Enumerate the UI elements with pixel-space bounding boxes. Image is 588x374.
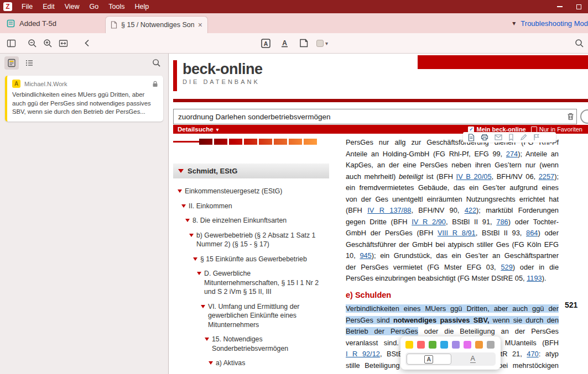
text-line: Geschäftsführer der GmbH bei atypisch st… — [346, 239, 559, 251]
annotation-color-picker-button[interactable]: ▾ — [315, 36, 330, 50]
chevron-down-icon[interactable]: ▾ — [512, 19, 516, 27]
toc-item[interactable]: § 15 Einkünfte aus Gewerbebetrieb — [173, 252, 329, 267]
checkbox-checked-icon[interactable]: ✓ — [468, 127, 474, 133]
toc-header-label: Schmidt, EStG — [188, 167, 237, 175]
toc-chevron-icon — [201, 305, 205, 308]
underline-icon: A — [470, 355, 476, 363]
popup-highlight-button[interactable]: A — [407, 354, 451, 365]
trash-icon[interactable] — [567, 113, 574, 120]
page-number: 521 — [565, 301, 577, 309]
toc-item-label: Einkommensteuergesetz (EStG) — [185, 187, 282, 196]
color-swatch[interactable] — [452, 341, 460, 349]
minimize-button[interactable] — [550, 0, 569, 13]
detailsuche-link[interactable]: Detailsuche — [178, 126, 214, 133]
checkbox-unchecked-icon[interactable] — [531, 127, 537, 133]
highlight-tool-button[interactable]: A — [258, 36, 274, 50]
annotations-panel: A Michael.N.Work Verbindlichkeiten eines… — [0, 54, 169, 374]
chevron-down-icon: ▾ — [216, 127, 219, 133]
tab-bar: Added T-5d § 15 / Notwendiges Sond… × ▾ … — [0, 13, 588, 33]
popup-underline-button[interactable]: A — [451, 354, 495, 365]
color-swatch[interactable] — [487, 341, 495, 349]
toc-item[interactable]: D. Gewerbliche Mitunternehmerschaften, §… — [173, 266, 329, 299]
toc-item[interactable]: II. Einkommen — [173, 199, 329, 214]
outline-view-button[interactable] — [22, 56, 37, 70]
color-swatch[interactable] — [417, 341, 425, 349]
text-line: der PersGes vermietet (FG Mster EFG 03, … — [346, 262, 559, 273]
zoom-out-button[interactable] — [24, 36, 40, 50]
annotations-search-button[interactable] — [149, 56, 164, 70]
tabbar-right: ▾ Troubleshooting Mod — [512, 13, 588, 33]
zoom-page-width-button[interactable] — [55, 36, 71, 50]
text-line: auch mehrheitl) beteiligt ist (BFH IV B … — [346, 171, 559, 183]
document-icon[interactable] — [468, 134, 475, 141]
toc-item[interactable]: b) Gewerbebetrieb (§ 2 Absatz 1 Satz 1 N… — [173, 228, 329, 252]
popup-tool-row: A A — [405, 352, 496, 366]
toc-header[interactable]: Schmidt, EStG — [173, 164, 329, 178]
svg-text:A: A — [264, 40, 268, 46]
toc-chevron-icon — [189, 234, 194, 237]
annotation-card[interactable]: A Michael.N.Work Verbindlichkeiten eines… — [5, 76, 163, 122]
toc-item[interactable]: 8. Die einzelnen Einkunftsarten — [173, 213, 329, 228]
sidebar-toggle-icon — [7, 39, 16, 48]
beck-search-submit-button[interactable] — [580, 109, 588, 124]
find-in-document-button[interactable] — [571, 36, 587, 50]
color-swatch[interactable] — [464, 341, 471, 349]
bookmark-icon[interactable] — [508, 134, 514, 141]
annotations-view-icon — [7, 59, 16, 67]
color-swatch[interactable] — [440, 341, 448, 349]
troubleshooting-mode-link[interactable]: Troubleshooting Mod — [521, 19, 588, 28]
underline-icon: A — [279, 38, 290, 49]
toc-item[interactable]: a) Aktivas — [173, 356, 329, 371]
toc-item-label: VI. Umfang und Ermittlung der gewerblich… — [208, 302, 325, 330]
text-line: gegen Dritte (BFH IV R 2/90, BStBl II 91… — [346, 217, 559, 228]
beck-action-strip — [463, 132, 556, 143]
beck-search-input[interactable] — [173, 109, 577, 124]
toc-chevron-icon — [209, 361, 213, 365]
menu-tools[interactable]: Tools — [103, 0, 129, 13]
annotations-panel-toolbar — [0, 54, 168, 72]
menu-view[interactable]: View — [60, 0, 85, 13]
color-swatch[interactable] — [429, 341, 436, 349]
tab-library-label: Added T-5d — [19, 19, 56, 28]
zoom-in-button[interactable] — [40, 36, 55, 50]
tab-document[interactable]: § 15 / Notwendiges Sond… × — [105, 16, 208, 33]
color-swatch[interactable] — [475, 341, 483, 349]
menu-help[interactable]: Help — [129, 0, 154, 13]
chevron-down-icon: ▾ — [325, 40, 328, 46]
underline-tool-button[interactable]: A — [277, 36, 293, 50]
minimize-icon — [557, 6, 563, 7]
text-line: Verbindlichkeiten eines MUers ggü Dritte… — [346, 303, 559, 315]
text-line: (BFH IV R 137/88, BFH/NV 90, 422); markt… — [346, 205, 559, 217]
toc-item[interactable]: VI. Umfang und Ermittlung der gewerblich… — [173, 299, 329, 333]
color-swatch[interactable] — [405, 341, 413, 349]
sidebar-toggle-button[interactable] — [3, 36, 19, 50]
tab-library[interactable]: Added T-5d — [0, 13, 101, 33]
note-tool-button[interactable] — [296, 36, 311, 50]
toc-item[interactable]: Einkommensteuergesetz (EStG) — [173, 184, 329, 199]
toc-item[interactable]: 15. Notwendiges Sonderbetriebsvermögen — [173, 332, 329, 356]
navigate-back-button[interactable] — [80, 36, 95, 50]
beck-toc: Schmidt, EStG Einkommensteuergesetz (ESt… — [173, 135, 329, 374]
annotations-view-button[interactable] — [4, 56, 19, 70]
maximize-button[interactable] — [569, 0, 588, 13]
edit-icon[interactable] — [520, 134, 527, 141]
tab-document-label: § 15 / Notwendiges Sond… — [121, 21, 194, 29]
menu-edit[interactable]: Edit — [38, 0, 60, 13]
annotation-quote: Verbindlichkeiten eines MUers ggü Dritte… — [12, 91, 158, 117]
print-icon[interactable] — [481, 134, 488, 141]
menu-go[interactable]: Go — [85, 0, 104, 13]
maximize-icon — [576, 4, 581, 9]
tab-close-icon[interactable]: × — [198, 21, 202, 29]
email-icon[interactable] — [495, 134, 502, 140]
titlebar: Z File Edit View Go Tools Help — [0, 0, 588, 13]
banner-line — [173, 141, 199, 143]
beck-columns: Schmidt, EStG Einkommensteuergesetz (ESt… — [173, 135, 588, 374]
toc-chevron-icon — [193, 257, 197, 261]
toc-item-label: a) Aktivas — [216, 359, 245, 368]
zotero-window: Z File Edit View Go Tools Help Added T-5… — [0, 0, 588, 374]
toc-item-label: b) Gewerbebetrieb (§ 2 Absatz 1 Satz 1 N… — [196, 231, 325, 249]
menu-file[interactable]: File — [17, 0, 38, 13]
beck-header-red-band — [418, 55, 588, 69]
flag-icon[interactable] — [533, 134, 539, 141]
text-line: 10, 945); ein Grundstück, das ein Ges’te… — [346, 250, 559, 262]
